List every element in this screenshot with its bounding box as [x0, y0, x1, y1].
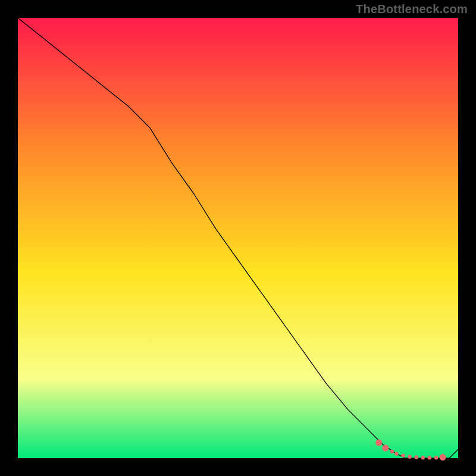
marker-dot: [408, 455, 411, 459]
chart-stage: TheBottleneck.com: [0, 0, 476, 476]
plot-background: [18, 18, 458, 458]
marker-dot: [434, 456, 438, 459]
marker-dot: [428, 456, 431, 459]
marker-dot: [375, 440, 382, 446]
marker-dot: [421, 456, 425, 459]
marker-dot: [440, 454, 446, 461]
marker-dot: [382, 445, 389, 452]
marker-dot: [394, 452, 398, 455]
marker-dot: [401, 453, 405, 457]
bottleneck-chart: [0, 0, 476, 476]
watermark-text: TheBottleneck.com: [356, 2, 468, 16]
marker-dot: [390, 450, 394, 453]
marker-dot: [415, 455, 418, 459]
